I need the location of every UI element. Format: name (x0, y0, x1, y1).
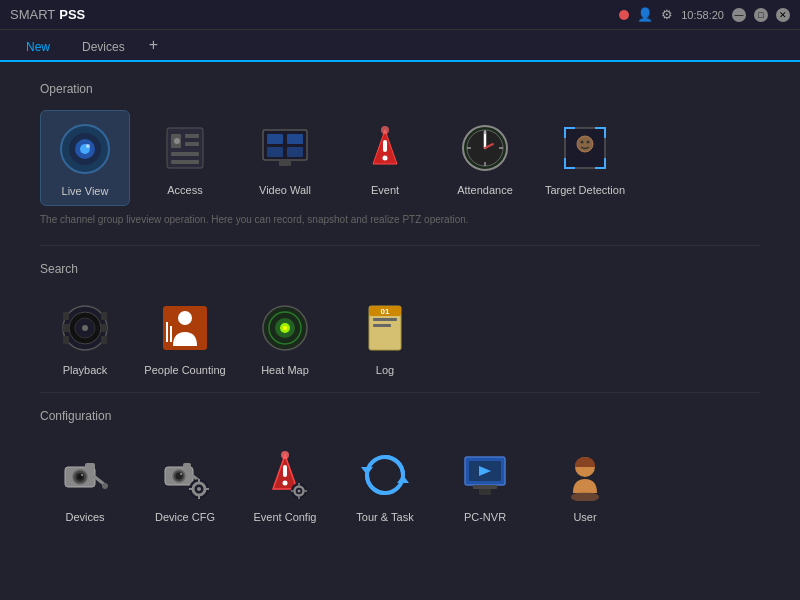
record-indicator (619, 10, 629, 20)
svg-rect-17 (279, 160, 291, 166)
attendance-label: Attendance (457, 184, 513, 196)
live-view-item[interactable]: Live View (40, 110, 130, 206)
log-label: Log (376, 364, 394, 376)
user-item-icon (555, 445, 615, 505)
svg-rect-9 (171, 152, 199, 156)
svg-rect-14 (287, 134, 303, 144)
device-cfg-icon (155, 445, 215, 505)
svg-point-70 (180, 473, 182, 475)
svg-rect-42 (101, 324, 107, 332)
title-bar-right: 👤 ⚙ 10:58:20 — □ ✕ (619, 7, 790, 22)
attendance-item[interactable]: Attendance (440, 110, 530, 206)
live-view-label: Live View (62, 185, 109, 197)
svg-rect-15 (267, 147, 283, 157)
svg-text:01: 01 (381, 307, 390, 316)
device-cfg-label: Device CFG (155, 511, 215, 523)
user-item-label: User (573, 511, 596, 523)
operation-grid: Live View Access (40, 110, 760, 206)
svg-point-4 (86, 144, 90, 148)
access-icon (155, 118, 215, 178)
tab-devices[interactable]: Devices (66, 34, 141, 62)
close-button[interactable]: ✕ (776, 8, 790, 22)
video-wall-item[interactable]: Video Wall (240, 110, 330, 206)
svg-rect-64 (85, 463, 95, 469)
svg-rect-10 (171, 160, 199, 164)
title-bar: SMART PSS 👤 ⚙ 10:58:20 — □ ✕ (0, 0, 800, 30)
access-item[interactable]: Access (140, 110, 230, 206)
svg-point-37 (82, 325, 88, 331)
device-cfg-item[interactable]: Device CFG (140, 437, 230, 531)
video-wall-icon (255, 118, 315, 178)
svg-point-11 (174, 138, 180, 144)
svg-point-66 (102, 483, 108, 489)
svg-point-52 (283, 326, 287, 330)
heat-map-icon (255, 298, 315, 358)
event-config-item[interactable]: Event Config (240, 437, 330, 531)
svg-marker-92 (397, 475, 409, 483)
log-item[interactable]: 01 Log (340, 290, 430, 384)
svg-rect-13 (267, 134, 283, 144)
video-wall-label: Video Wall (259, 184, 311, 196)
playback-label: Playback (63, 364, 108, 376)
svg-point-75 (197, 487, 201, 491)
playback-item[interactable]: Playback (40, 290, 130, 384)
svg-rect-8 (185, 142, 199, 146)
user-item[interactable]: User (540, 437, 630, 531)
devices-icon (55, 445, 115, 505)
svg-rect-43 (101, 336, 107, 344)
add-tab-button[interactable]: + (141, 30, 166, 60)
main-content: Operation Live View (0, 62, 800, 600)
devices-item[interactable]: Devices (40, 437, 130, 531)
people-counting-icon (155, 298, 215, 358)
pc-nvr-label: PC-NVR (464, 511, 506, 523)
tour-task-label: Tour & Task (356, 511, 413, 523)
tour-task-item[interactable]: Tour & Task (340, 437, 430, 531)
configuration-title: Configuration (40, 409, 760, 423)
svg-point-31 (577, 136, 593, 152)
target-detection-label: Target Detection (545, 184, 625, 196)
search-title: Search (40, 262, 760, 276)
operation-title: Operation (40, 82, 760, 96)
svg-rect-55 (373, 318, 397, 321)
svg-rect-96 (473, 485, 497, 489)
event-label: Event (371, 184, 399, 196)
heat-map-item[interactable]: Heat Map (240, 290, 330, 384)
event-item[interactable]: Event (340, 110, 430, 206)
pc-nvr-item[interactable]: PC-NVR (440, 437, 530, 531)
app-logo: SMART PSS (10, 7, 85, 22)
svg-point-99 (571, 492, 599, 501)
logo-pss: PSS (59, 7, 85, 22)
svg-rect-19 (383, 140, 387, 152)
search-section: Search (40, 262, 760, 384)
svg-point-83 (281, 451, 289, 459)
tour-task-icon (355, 445, 415, 505)
svg-point-45 (178, 311, 192, 325)
tab-new[interactable]: New (10, 34, 66, 62)
user-icon[interactable]: 👤 (637, 7, 653, 22)
svg-point-82 (283, 481, 288, 486)
event-config-label: Event Config (254, 511, 317, 523)
operation-desc: The channel group liveview operation. He… (40, 214, 760, 225)
svg-point-20 (383, 156, 388, 161)
pc-nvr-icon (455, 445, 515, 505)
access-label: Access (167, 184, 202, 196)
live-view-icon (55, 119, 115, 179)
playback-icon (55, 298, 115, 358)
maximize-button[interactable]: □ (754, 8, 768, 22)
configuration-section: Configuration (40, 409, 760, 531)
heat-map-label: Heat Map (261, 364, 309, 376)
search-grid: Playback People Counting (40, 290, 760, 384)
settings-icon[interactable]: ⚙ (661, 7, 673, 22)
svg-point-86 (298, 490, 301, 493)
event-icon (355, 118, 415, 178)
svg-rect-71 (183, 463, 191, 469)
target-detection-icon (555, 118, 615, 178)
people-counting-label: People Counting (144, 364, 225, 376)
target-detection-item[interactable]: Target Detection (540, 110, 630, 206)
svg-rect-7 (185, 134, 199, 138)
people-counting-item[interactable]: People Counting (140, 290, 230, 384)
svg-point-33 (587, 141, 590, 144)
devices-label: Devices (65, 511, 104, 523)
svg-rect-97 (479, 489, 491, 495)
minimize-button[interactable]: — (732, 8, 746, 22)
